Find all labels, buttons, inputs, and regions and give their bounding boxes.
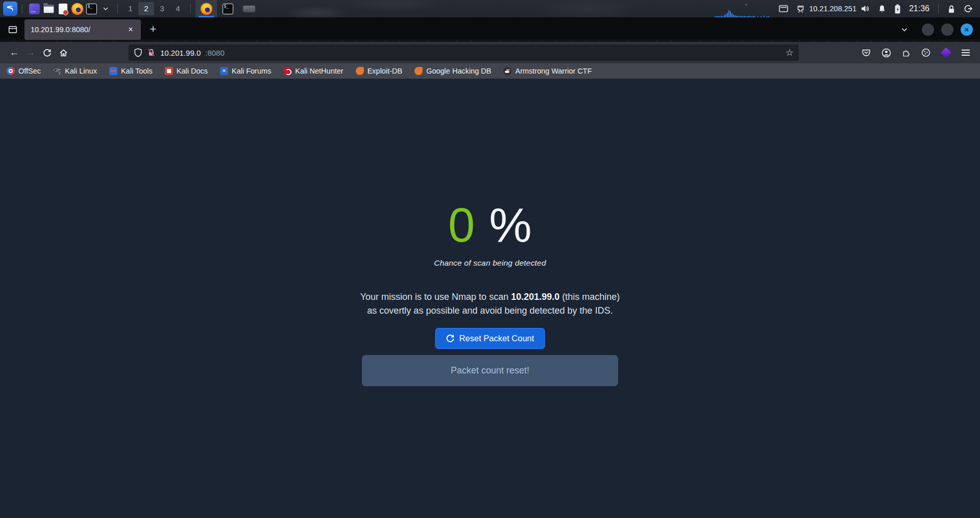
notifications-tray[interactable] [874,0,890,17]
list-all-tabs-button[interactable] [900,26,909,34]
workspace-2-active[interactable]: 2 [138,2,154,15]
generic-window-icon [243,6,255,12]
url-host: 10.201.99.0 [160,49,201,57]
document-icon [59,4,67,14]
puzzle-piece-icon [902,49,911,57]
detection-percentage: 0% [448,201,532,249]
refresh-icon [446,334,455,343]
ip-address-label: 10.21.208.251 [809,5,856,13]
google-hacking-db-icon [414,67,423,75]
terminal-dollar-icon: $_ [86,4,97,14]
taskbar-window-terminal[interactable]: $_ [217,0,238,17]
bookmark-star-button[interactable]: ☆ [786,47,794,58]
launcher-dropdown[interactable] [99,2,113,16]
bookmark-offsec[interactable]: OffSec [7,67,41,75]
workspace-3[interactable]: 3 [154,2,170,15]
account-button[interactable] [878,44,894,61]
firefox-icon [71,3,83,15]
lock-icon [947,5,955,13]
workspace-1[interactable]: 1 [122,2,138,15]
page-content: 0% Chance of scan being detected Your mi… [0,79,980,518]
battery-icon [894,4,901,14]
navigation-toolbar: ← → 10.201.99.0:8080 ☆ [0,42,980,63]
terminal-launcher[interactable] [27,2,41,16]
cookie-icon [921,48,930,57]
toolbar-actions [858,44,974,61]
forward-button[interactable]: → [22,44,39,61]
tab-close-button[interactable]: × [126,25,136,35]
top-panel: $_ 1 2 3 4 $_ [0,0,980,17]
chevron-down-icon [900,26,909,34]
reset-packet-count-button[interactable]: Reset Packet Count [435,328,545,349]
lock-screen-button[interactable] [943,0,960,17]
percent-sign: % [489,198,532,252]
maximize-button[interactable] [941,23,953,36]
bookmark-label: Kali Forums [232,67,271,75]
bookmark-label: Kali Docs [177,67,208,75]
panel-separator [938,4,939,13]
pocket-button[interactable] [858,44,874,61]
bookmark-kali-tools[interactable]: Kali Tools [109,67,153,75]
firefox-icon [201,3,212,15]
taskbar-window-other[interactable] [238,0,260,17]
kali-nethunter-icon [283,67,291,75]
armstrong-warrior-ctf-icon [503,67,511,75]
power-manager-tray[interactable] [890,0,905,17]
kali-menu-button[interactable] [3,2,17,16]
reload-button[interactable] [39,44,55,61]
privacy-extension-button[interactable] [918,44,934,61]
display-settings-tray[interactable] [775,0,792,17]
ethernet-icon [796,5,805,13]
kali-docs-icon [165,67,173,75]
logout-button[interactable] [960,0,977,17]
workspace-4[interactable]: 4 [170,2,186,15]
extensions-button[interactable] [898,44,914,61]
text-editor-launcher[interactable] [56,2,70,16]
bookmark-armstrong-warrior-ctf[interactable]: Armstrong Warrior CTF [503,67,592,75]
folder-icon [43,5,54,13]
bookmark-kali-forums[interactable]: Kali Forums [220,67,271,75]
tab-bar: 10.201.99.0:8080/ × + × [0,17,980,42]
bookmark-kali-docs[interactable]: Kali Docs [165,67,208,75]
kali-tools-icon [109,67,117,75]
system-tray: 10.21.208.251 21:36 [775,0,977,17]
bookmark-label: OffSec [18,67,41,75]
logout-icon [964,4,973,13]
bookmark-kali-linux[interactable]: Kali Linux [53,67,97,75]
file-manager-launcher[interactable] [41,2,56,16]
network-manager-tray[interactable] [792,0,809,17]
mission-line-1: Your mission is to use Nmap to scan 10.2… [360,290,620,304]
terminal-emulator-launcher[interactable]: $_ [84,2,99,16]
firefox-launcher[interactable] [70,2,84,16]
monitor-icon [779,5,788,13]
proxy-extension-button[interactable] [938,44,954,61]
bookmark-exploit-db[interactable]: Exploit-DB [356,67,403,75]
firefox-window: 10.201.99.0:8080/ × + × ← → [0,17,980,518]
back-button[interactable]: ← [6,44,22,61]
panel-separator [190,4,191,13]
new-tab-button[interactable]: + [145,21,161,38]
mission-text-post: (this machine) [559,292,620,302]
terminal-icon [29,4,40,14]
taskbar-window-firefox[interactable] [195,0,217,17]
firefox-view-button[interactable] [4,21,21,38]
browser-tab-active[interactable]: 10.201.99.0:8080/ × [24,19,141,40]
kali-forums-icon [220,67,228,75]
minimize-button[interactable] [922,23,934,36]
hamburger-menu-icon [962,52,970,53]
offsec-icon [7,67,15,75]
bell-icon [878,5,886,13]
bookmark-label: Kali Linux [65,67,97,75]
firefox-view-icon [8,25,17,34]
url-bar[interactable]: 10.201.99.0:8080 ☆ [129,44,799,61]
bookmark-google-hacking-db[interactable]: Google Hacking DB [414,67,491,75]
home-button[interactable] [55,44,71,61]
chevron-down-icon [102,5,109,12]
bookmark-kali-nethunter[interactable]: Kali NetHunter [283,67,343,75]
volume-tray[interactable] [856,0,874,17]
terminal-dollar-icon: $_ [223,4,233,14]
app-menu-button[interactable] [958,44,974,61]
close-window-button[interactable]: × [961,23,973,36]
clock[interactable]: 21:36 [905,4,934,13]
tracking-protection-shield-icon [134,48,142,57]
